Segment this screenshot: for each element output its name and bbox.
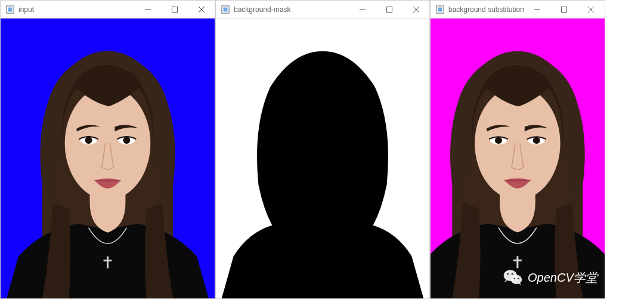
svg-rect-23 — [562, 7, 567, 12]
window-controls — [134, 1, 215, 18]
window-controls — [524, 1, 605, 18]
svg-rect-3 — [172, 7, 177, 12]
image-viewport-input — [1, 19, 215, 298]
titlebar[interactable]: background-mask — [216, 1, 429, 19]
svg-point-29 — [495, 137, 502, 144]
svg-point-34 — [511, 275, 522, 284]
image-viewport-substitution: OpenCV学堂 — [431, 19, 605, 298]
svg-point-36 — [512, 273, 513, 275]
window-title: input — [18, 5, 134, 14]
close-button[interactable] — [402, 1, 429, 18]
window-title: background-mask — [234, 5, 349, 14]
app-icon — [221, 5, 230, 14]
close-button[interactable] — [578, 1, 605, 18]
titlebar[interactable]: input — [1, 1, 215, 19]
app-icon — [5, 5, 15, 14]
window-input: input — [0, 0, 215, 299]
watermark-text: OpenCV学堂 — [528, 270, 597, 286]
maximize-button[interactable] — [551, 1, 578, 18]
minimize-button[interactable] — [524, 1, 551, 18]
svg-point-38 — [518, 278, 519, 279]
svg-rect-1 — [8, 7, 13, 11]
wechat-icon — [503, 267, 523, 288]
window-title: background substitution — [448, 5, 524, 14]
maximize-button[interactable] — [376, 1, 402, 18]
svg-point-9 — [85, 137, 92, 144]
svg-rect-14 — [224, 7, 228, 11]
titlebar[interactable]: background substitution — [431, 1, 605, 19]
window-background-substitution: background substitution — [430, 0, 605, 299]
maximize-button[interactable] — [161, 1, 188, 18]
window-background-mask: background-mask — [215, 0, 430, 299]
svg-point-35 — [507, 273, 509, 275]
minimize-button[interactable] — [349, 1, 376, 18]
svg-point-11 — [123, 137, 130, 144]
svg-rect-21 — [438, 7, 442, 11]
app-icon — [435, 5, 445, 14]
svg-point-31 — [533, 137, 540, 144]
watermark: OpenCV学堂 — [503, 267, 597, 288]
minimize-button[interactable] — [134, 1, 161, 18]
svg-point-37 — [513, 278, 515, 279]
image-viewport-mask — [216, 19, 429, 298]
svg-rect-16 — [386, 7, 392, 12]
window-controls — [349, 1, 429, 18]
close-button[interactable] — [188, 1, 215, 18]
